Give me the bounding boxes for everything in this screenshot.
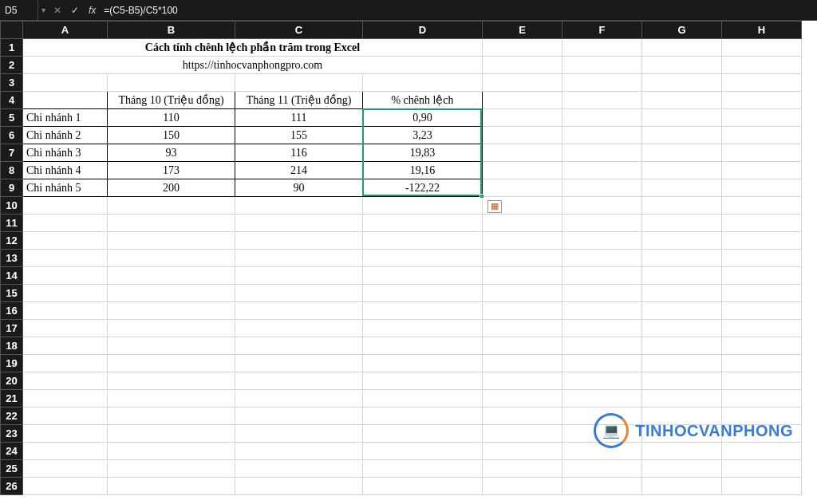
cell-H7[interactable]: [722, 144, 802, 162]
cell-G26[interactable]: [642, 478, 722, 495]
cell-G12[interactable]: [642, 232, 722, 250]
row-header-10[interactable]: 10: [1, 197, 23, 215]
cell-E11[interactable]: [483, 215, 562, 232]
cell-D15[interactable]: [363, 285, 483, 302]
cell-G11[interactable]: [642, 215, 722, 232]
cell-A14[interactable]: [23, 267, 108, 285]
cell-C7[interactable]: 116: [235, 144, 363, 162]
cell-H25[interactable]: [722, 460, 802, 478]
cell-F19[interactable]: [562, 355, 642, 372]
cell-A15[interactable]: [23, 285, 108, 302]
cell-G16[interactable]: [642, 302, 722, 320]
cell-C4[interactable]: Tháng 11 (Triệu đồng): [235, 92, 363, 109]
cell-G18[interactable]: [642, 337, 722, 355]
row-header-16[interactable]: 16: [1, 302, 23, 320]
column-header-A[interactable]: A: [23, 22, 108, 39]
cell-G4[interactable]: [642, 92, 722, 109]
cell-C22[interactable]: [235, 408, 363, 425]
cell-H16[interactable]: [722, 302, 802, 320]
cell-D4[interactable]: % chênh lệch: [363, 92, 483, 109]
row-header-6[interactable]: 6: [1, 127, 23, 144]
cell-C3[interactable]: [235, 74, 363, 92]
cell-F9[interactable]: [562, 179, 642, 197]
cell-C25[interactable]: [235, 460, 363, 478]
cell-D14[interactable]: [363, 267, 483, 285]
cell-H6[interactable]: [722, 127, 802, 144]
cell-D7[interactable]: 19,83: [363, 144, 483, 162]
cell-F15[interactable]: [562, 285, 642, 302]
cell-C9[interactable]: 90: [235, 179, 363, 197]
cell-D12[interactable]: [363, 232, 483, 250]
cell-C23[interactable]: [235, 425, 363, 443]
select-all-corner[interactable]: [1, 22, 23, 39]
cell-D24[interactable]: [363, 443, 483, 460]
cell-G2[interactable]: [642, 57, 722, 74]
cell-E3[interactable]: [483, 74, 562, 92]
cell-D9[interactable]: -122,22: [363, 179, 483, 197]
cell-G25[interactable]: [642, 460, 722, 478]
cell-F21[interactable]: [562, 390, 642, 408]
cell-E16[interactable]: [483, 302, 562, 320]
cell-H21[interactable]: [722, 390, 802, 408]
cell-A26[interactable]: [23, 478, 108, 495]
cell-E5[interactable]: [483, 109, 562, 127]
row-header-15[interactable]: 15: [1, 285, 23, 302]
cell-D25[interactable]: [363, 460, 483, 478]
cell-C13[interactable]: [235, 250, 363, 267]
row-header-1[interactable]: 1: [1, 39, 23, 57]
cell-F12[interactable]: [562, 232, 642, 250]
cell-B4[interactable]: Tháng 10 (Triệu đồng): [108, 92, 235, 109]
cell-G6[interactable]: [642, 127, 722, 144]
cell-A19[interactable]: [23, 355, 108, 372]
cell-B7[interactable]: 93: [108, 144, 235, 162]
cell-A22[interactable]: [23, 408, 108, 425]
cell-G5[interactable]: [642, 109, 722, 127]
cell-F7[interactable]: [562, 144, 642, 162]
cell-G10[interactable]: [642, 197, 722, 215]
cell-A7[interactable]: Chi nhánh 3: [23, 144, 108, 162]
cell-E23[interactable]: [483, 425, 562, 443]
cell-G15[interactable]: [642, 285, 722, 302]
cell-B15[interactable]: [108, 285, 235, 302]
row-header-4[interactable]: 4: [1, 92, 23, 109]
cell-E18[interactable]: [483, 337, 562, 355]
cell-D26[interactable]: [363, 478, 483, 495]
cell-A10[interactable]: [23, 197, 108, 215]
cell-E19[interactable]: [483, 355, 562, 372]
row-header-25[interactable]: 25: [1, 460, 23, 478]
cancel-formula-button[interactable]: ✕: [49, 5, 66, 16]
cell-F17[interactable]: [562, 320, 642, 337]
cell-F1[interactable]: [562, 39, 642, 57]
cell-E20[interactable]: [483, 372, 562, 390]
cell-C24[interactable]: [235, 443, 363, 460]
cell-A3[interactable]: [23, 74, 108, 92]
cell-E24[interactable]: [483, 443, 562, 460]
cell-G3[interactable]: [642, 74, 722, 92]
cell-B21[interactable]: [108, 390, 235, 408]
cell-G13[interactable]: [642, 250, 722, 267]
cell-B25[interactable]: [108, 460, 235, 478]
cell-F4[interactable]: [562, 92, 642, 109]
cell-D18[interactable]: [363, 337, 483, 355]
row-header-11[interactable]: 11: [1, 215, 23, 232]
confirm-formula-button[interactable]: ✓: [66, 5, 84, 16]
cell-E15[interactable]: [483, 285, 562, 302]
cell-D20[interactable]: [363, 372, 483, 390]
cell-E25[interactable]: [483, 460, 562, 478]
cell-B10[interactable]: [108, 197, 235, 215]
cell-B11[interactable]: [108, 215, 235, 232]
cell-C8[interactable]: 214: [235, 162, 363, 179]
cell-E22[interactable]: [483, 408, 562, 425]
cell-F6[interactable]: [562, 127, 642, 144]
name-box[interactable]: D5: [0, 0, 38, 20]
cell-H5[interactable]: [722, 109, 802, 127]
cell-A17[interactable]: [23, 320, 108, 337]
cell-D23[interactable]: [363, 425, 483, 443]
row-header-5[interactable]: 5: [1, 109, 23, 127]
formula-input[interactable]: =(C5-B5)/C5*100: [101, 5, 817, 16]
cell-B8[interactable]: 173: [108, 162, 235, 179]
cell-E12[interactable]: [483, 232, 562, 250]
column-header-B[interactable]: B: [108, 22, 235, 39]
cell-C26[interactable]: [235, 478, 363, 495]
row-header-8[interactable]: 8: [1, 162, 23, 179]
